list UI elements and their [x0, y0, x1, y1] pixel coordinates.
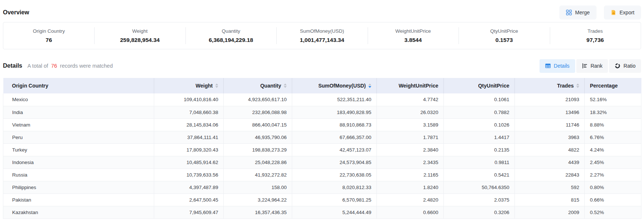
view-tab-rank[interactable]: Rank	[576, 59, 608, 73]
cell-percentage: 0.80%	[585, 181, 641, 193]
cell-percentage: 52.16%	[585, 93, 641, 106]
stat-weightunitprice: WeightUnitPrice3.8544	[368, 22, 459, 49]
col-header-inner: Quantity	[224, 83, 292, 89]
cell-origin-country: Pakistan	[3, 193, 154, 206]
merge-icon	[566, 10, 572, 15]
table-row: Peru37,864,111.4146,935,790.0667,666,357…	[3, 131, 641, 143]
cell-quantity: 41,932,272.82	[224, 168, 292, 181]
stat-label: Weight	[132, 28, 148, 34]
cell-quantity: 46,935,790.06	[224, 131, 292, 143]
stat-value: 76	[46, 37, 52, 43]
cell-weight: 109,410,816.40	[154, 93, 224, 106]
cell-qtyunitprice: 50,764.6350	[444, 181, 515, 193]
cell-weight: 2,647,500.45	[154, 193, 224, 206]
cell-quantity: 232,806,088.98	[224, 106, 292, 118]
matched-records-text: A total of76records were matched	[27, 63, 113, 69]
col-header-label: Origin Country	[12, 83, 49, 89]
col-header-weightunitprice: WeightUnitPrice	[377, 78, 444, 93]
stat-value: 6,368,194,229.18	[209, 37, 253, 43]
cell-weightunitprice: 1.7871	[377, 131, 444, 143]
details-bar: Details A total of76records were matched…	[3, 59, 641, 73]
details-header: Details A total of76records were matched	[3, 63, 113, 69]
col-header-origin-country: Origin Country	[3, 78, 154, 93]
cell-qtyunitprice: 0.2135	[444, 143, 515, 156]
export-button[interactable]: Export	[604, 6, 641, 19]
view-switch: Details Rank	[539, 59, 641, 73]
col-header-percentage: Percentage	[585, 78, 641, 93]
ratio-donut-icon	[615, 63, 620, 69]
cell-qtyunitprice: 2.0375	[444, 193, 515, 206]
table-row: Russia10,739,633.5641,932,272.8222,730,6…	[3, 168, 641, 181]
cell-trades: 2009	[515, 206, 585, 218]
export-icon	[611, 10, 616, 15]
cell-sumofmoney-usd: 522,351,211.40	[292, 93, 377, 106]
stat-qtyunitprice: QtyUnitPrice0.1573	[459, 22, 549, 49]
cell-percentage: 18.32%	[585, 106, 641, 118]
col-header-inner: Trades	[515, 83, 584, 89]
cell-origin-country: Mexico	[3, 93, 154, 106]
sort-carets-icon	[368, 83, 371, 88]
table-row: India7,048,660.38232,806,088.98183,490,8…	[3, 106, 641, 118]
sort-caret-down-icon	[215, 86, 218, 88]
cell-weight: 10,485,914.62	[154, 156, 224, 168]
rank-chart-icon	[582, 63, 588, 69]
view-tab-details[interactable]: Details	[539, 59, 575, 73]
cell-weight: 37,864,111.41	[154, 131, 224, 143]
cell-sumofmoney-usd: 67,666,357.00	[292, 131, 377, 143]
col-header-quantity[interactable]: Quantity	[224, 78, 292, 93]
cell-trades: 815	[515, 193, 585, 206]
cell-qtyunitprice: 0.1026	[444, 118, 515, 131]
cell-sumofmoney-usd: 183,490,828.95	[292, 106, 377, 118]
sort-caret-down-icon	[576, 86, 579, 88]
details-title: Details	[3, 63, 22, 69]
topbar: Overview Merge	[3, 4, 641, 21]
col-header-inner: Origin Country	[3, 83, 154, 89]
page-title: Overview	[3, 9, 29, 16]
cell-sumofmoney-usd: 8,020,812.33	[292, 181, 377, 193]
view-tab-rank-label: Rank	[591, 63, 603, 69]
col-header-inner: Percentage	[585, 83, 641, 89]
cell-qtyunitprice: 0.9811	[444, 156, 515, 168]
cell-trades: 22843	[515, 168, 585, 181]
col-header-inner: WeightUnitPrice	[377, 83, 443, 89]
stat-trades: Trades97,736	[550, 22, 641, 49]
sort-caret-up-icon	[215, 83, 218, 85]
col-header-qtyunitprice: QtyUnitPrice	[444, 78, 515, 93]
cell-weightunitprice: 2.1165	[377, 168, 444, 181]
stat-label: WeightUnitPrice	[395, 28, 431, 34]
cell-weightunitprice: 2.3840	[377, 143, 444, 156]
stat-value: 0.1573	[495, 37, 513, 43]
col-header-label: WeightUnitPrice	[399, 83, 438, 89]
cell-origin-country: Indonesia	[3, 156, 154, 168]
view-tab-ratio[interactable]: Ratio	[609, 59, 641, 73]
col-header-trades[interactable]: Trades	[515, 78, 585, 93]
merge-button-label: Merge	[575, 10, 590, 15]
cell-origin-country: Kazakhstan	[3, 206, 154, 218]
col-header-sumofmoney-usd[interactable]: SumOfMoney(USD)	[292, 78, 377, 93]
cell-quantity: 3,224,964.22	[224, 193, 292, 206]
cell-quantity: 866,400,047.15	[224, 118, 292, 131]
page: Overview Merge	[0, 0, 644, 219]
cell-weightunitprice: 3.1589	[377, 118, 444, 131]
cell-sumofmoney-usd: 5,244,444.49	[292, 206, 377, 218]
table-row: Philippines4,397,487.89158.008,020,812.3…	[3, 181, 641, 193]
cell-origin-country: Peru	[3, 131, 154, 143]
cell-origin-country: Russia	[3, 168, 154, 181]
export-button-label: Export	[620, 10, 634, 15]
view-tab-details-label: Details	[554, 63, 570, 69]
cell-trades: 13496	[515, 106, 585, 118]
col-header-inner: QtyUnitPrice	[444, 83, 514, 89]
cell-weightunitprice: 2.3435	[377, 156, 444, 168]
cell-qtyunitprice: 0.3206	[444, 206, 515, 218]
cell-trades: 4822	[515, 143, 585, 156]
col-header-weight[interactable]: Weight	[154, 78, 224, 93]
table-row: Turkey17,809,320.43198,838,273.2942,457,…	[3, 143, 641, 156]
sort-caret-down-icon	[284, 86, 287, 88]
cell-sumofmoney-usd: 88,910,868.73	[292, 118, 377, 131]
cell-percentage: 2.45%	[585, 156, 641, 168]
cell-weight: 4,397,487.89	[154, 181, 224, 193]
matched-count: 76	[51, 63, 57, 69]
merge-button[interactable]: Merge	[559, 6, 597, 19]
col-header-label: Trades	[557, 83, 574, 89]
stat-value: 97,736	[587, 37, 604, 43]
